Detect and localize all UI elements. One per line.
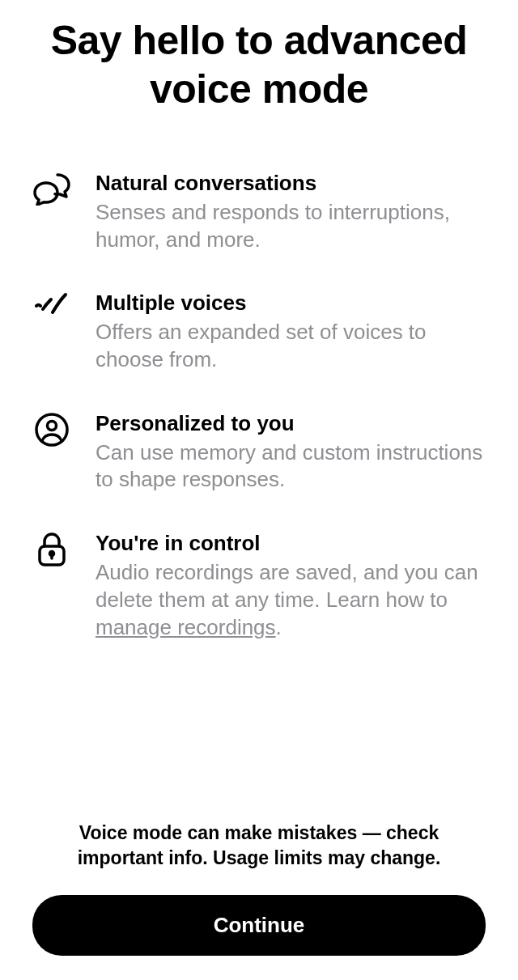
feature-title: Natural conversations <box>96 170 486 197</box>
chat-bubbles-icon <box>32 172 71 210</box>
disclaimer-text: Voice mode can make mistakes — check imp… <box>32 821 486 871</box>
person-circle-icon <box>32 412 71 451</box>
svg-point-1 <box>48 421 57 430</box>
page-title: Say hello to advanced voice mode <box>32 16 486 113</box>
feature-natural-conversations: Natural conversations Senses and respond… <box>32 170 486 253</box>
feature-desc: Senses and responds to interruptions, hu… <box>96 199 486 254</box>
feature-multiple-voices: Multiple voices Offers an expanded set o… <box>32 290 486 373</box>
feature-desc: Offers an expanded set of voices to choo… <box>96 319 486 374</box>
feature-text: Natural conversations Senses and respond… <box>96 170 486 253</box>
feature-title: You're in control <box>96 530 486 558</box>
feature-control: You're in control Audio recordings are s… <box>32 530 486 641</box>
feature-title: Multiple voices <box>96 290 486 317</box>
feature-desc: Audio recordings are saved, and you can … <box>96 559 486 641</box>
feature-desc-suffix: . <box>276 615 282 639</box>
feature-desc: Can use memory and custom instructions t… <box>96 439 486 494</box>
feature-text: Multiple voices Offers an expanded set o… <box>96 290 486 373</box>
feature-desc-text: Audio recordings are saved, and you can … <box>96 560 478 612</box>
footer: Voice mode can make mistakes — check imp… <box>32 821 486 956</box>
feature-text: You're in control Audio recordings are s… <box>96 530 486 641</box>
continue-button[interactable]: Continue <box>32 895 486 956</box>
lock-icon <box>32 532 71 571</box>
feature-personalized: Personalized to you Can use memory and c… <box>32 410 486 494</box>
feature-title: Personalized to you <box>96 410 486 438</box>
features-list: Natural conversations Senses and respond… <box>32 170 486 821</box>
sound-waves-icon <box>32 291 71 330</box>
manage-recordings-link[interactable]: manage recordings <box>96 615 276 639</box>
feature-text: Personalized to you Can use memory and c… <box>96 410 486 494</box>
